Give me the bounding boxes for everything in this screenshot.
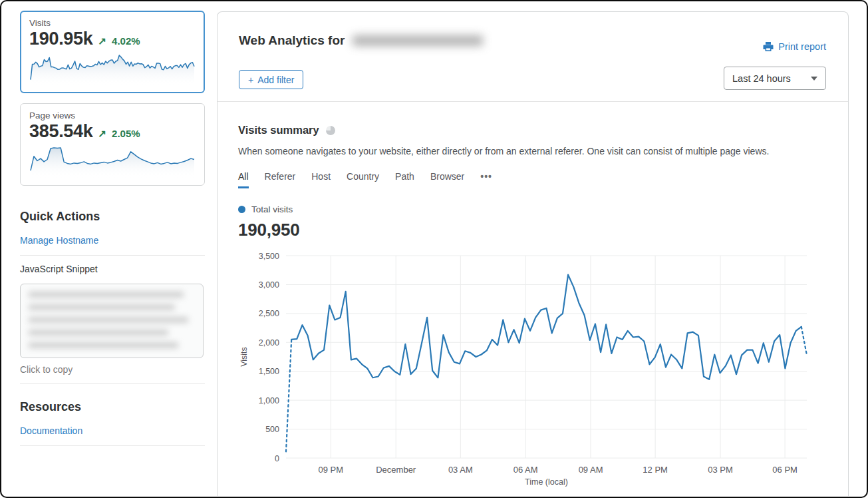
page-title: Web Analytics for	[239, 33, 483, 48]
js-snippet-box[interactable]	[20, 284, 204, 358]
printer-icon	[763, 41, 774, 52]
redacted-code-line	[29, 317, 188, 323]
tab-path[interactable]: Path	[395, 171, 414, 188]
report-header: Web Analytics for Print report + Add fil…	[217, 12, 848, 102]
legend-dot-icon	[238, 206, 245, 213]
divider	[20, 383, 205, 384]
trend-up-icon: ↗	[98, 128, 107, 140]
resources-title: Resources	[20, 400, 205, 414]
svg-text:06 AM: 06 AM	[513, 465, 538, 475]
total-visits-value: 190,950	[238, 220, 848, 240]
redacted-code-line	[29, 342, 178, 348]
quick-actions-title: Quick Actions	[20, 210, 205, 224]
documentation-link[interactable]: Documentation	[20, 425, 82, 436]
main-panel: Web Analytics for Print report + Add fil…	[217, 11, 849, 496]
metric-label-visits: Visits	[29, 18, 196, 28]
chevron-down-icon	[811, 77, 817, 81]
pie-chart-icon	[326, 126, 335, 135]
svg-text:09 PM: 09 PM	[319, 465, 344, 475]
page-views-sparkline	[29, 144, 196, 179]
js-snippet-label: JavaScript Snippet	[20, 264, 205, 274]
redacted-code-line	[29, 304, 175, 310]
svg-text:500: 500	[265, 425, 279, 434]
svg-text:Visits: Visits	[239, 347, 249, 367]
metric-value-page-views: 385.54k	[29, 121, 93, 142]
time-range-select[interactable]: Last 24 hours	[724, 67, 826, 90]
redacted-domain	[353, 35, 483, 46]
svg-text:0: 0	[275, 454, 279, 463]
legend-label: Total visits	[251, 204, 293, 214]
svg-text:3,000: 3,000	[259, 280, 279, 290]
dimension-tabs: All Referer Host Country Path Browser ••…	[238, 171, 848, 188]
divider	[20, 445, 205, 446]
section-description: When someone navigates to your website, …	[238, 146, 848, 156]
svg-text:03 PM: 03 PM	[708, 465, 733, 475]
plus-icon: +	[248, 75, 253, 85]
tab-all[interactable]: All	[238, 171, 249, 188]
page-title-text: Web Analytics for	[239, 33, 345, 48]
metric-value-visits: 190.95k	[29, 29, 93, 49]
metric-label-page-views: Page views	[29, 111, 196, 121]
sidebar: Visits 190.95k ↗ 4.02% Page views 385.54…	[20, 11, 205, 446]
visits-sparkline	[29, 52, 196, 87]
redacted-code-line	[29, 292, 184, 298]
click-to-copy-hint: Click to copy	[20, 364, 205, 375]
metric-change-page-views: 2.05%	[112, 128, 140, 139]
time-range-value: Last 24 hours	[732, 73, 791, 84]
svg-text:December: December	[376, 465, 416, 475]
trend-up-icon: ↗	[98, 35, 107, 47]
svg-text:2,500: 2,500	[259, 309, 279, 318]
visits-chart: 05001,0001,5002,0002,5003,0003,50009 PMD…	[238, 248, 830, 489]
svg-text:09 AM: 09 AM	[579, 465, 603, 475]
svg-text:2,000: 2,000	[259, 338, 279, 348]
print-report-label: Print report	[778, 41, 826, 52]
app-window: Visits 190.95k ↗ 4.02% Page views 385.54…	[0, 0, 868, 498]
chart-legend: Total visits	[238, 204, 848, 214]
svg-text:3,500: 3,500	[259, 252, 279, 261]
tab-browser[interactable]: Browser	[430, 171, 464, 188]
svg-text:12 PM: 12 PM	[643, 465, 668, 475]
metric-card-page-views[interactable]: Page views 385.54k ↗ 2.05%	[20, 103, 205, 186]
svg-text:Time (local): Time (local)	[525, 477, 568, 487]
metric-change-visits: 4.02%	[112, 35, 140, 47]
visits-summary-section: Visits summary When someone navigates to…	[217, 102, 848, 489]
svg-text:1,000: 1,000	[259, 396, 279, 405]
svg-text:06 PM: 06 PM	[772, 465, 797, 475]
tab-host[interactable]: Host	[311, 171, 331, 188]
svg-text:1,500: 1,500	[259, 367, 279, 376]
add-filter-button[interactable]: + Add filter	[239, 70, 303, 89]
print-report-link[interactable]: Print report	[763, 41, 826, 52]
manage-hostname-link[interactable]: Manage Hostname	[20, 235, 98, 246]
section-title: Visits summary	[238, 124, 319, 136]
add-filter-label: Add filter	[257, 75, 294, 85]
more-tabs-button[interactable]: •••	[480, 171, 492, 188]
svg-text:03 AM: 03 AM	[448, 465, 473, 475]
redacted-code-line	[29, 330, 168, 336]
tab-referer[interactable]: Referer	[265, 171, 296, 188]
metric-card-visits[interactable]: Visits 190.95k ↗ 4.02%	[20, 11, 205, 93]
tab-country[interactable]: Country	[347, 171, 379, 188]
divider	[20, 255, 205, 256]
